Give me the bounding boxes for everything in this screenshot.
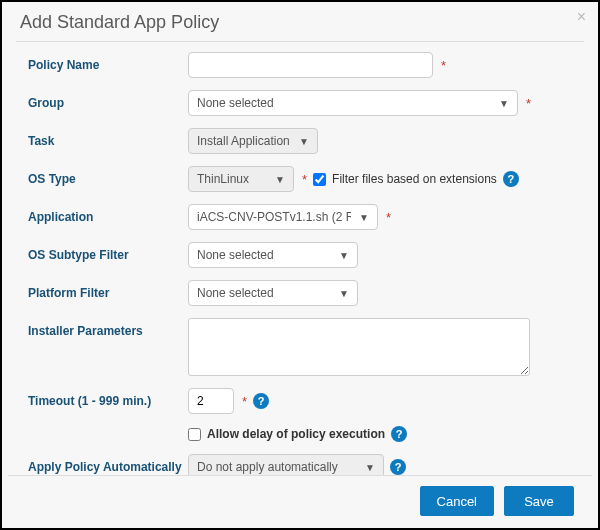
caret-down-icon: ▼ xyxy=(339,288,349,299)
required-marker: * xyxy=(384,210,391,225)
row-os-subtype: OS Subtype Filter None selected ▼ xyxy=(28,242,578,268)
task-select[interactable]: Install Application ▼ xyxy=(188,128,318,154)
group-select[interactable]: None selected ▼ xyxy=(188,90,518,116)
os-subtype-select-value: None selected xyxy=(197,248,274,262)
task-select-value: Install Application xyxy=(197,134,290,148)
row-allow-delay: Allow delay of policy execution ? xyxy=(28,426,578,442)
help-icon[interactable]: ? xyxy=(391,426,407,442)
caret-down-icon: ▼ xyxy=(299,136,309,147)
modal-header: Add Standard App Policy × xyxy=(2,2,598,41)
row-application: Application iACS-CNV-POSTv1.1.sh (2 Repo… xyxy=(28,204,578,230)
modal-footer: Cancel Save xyxy=(8,475,592,528)
application-select-value: iACS-CNV-POSTv1.1.sh (2 Reposi xyxy=(197,210,351,224)
help-icon[interactable]: ? xyxy=(503,171,519,187)
label-os-type: OS Type xyxy=(28,166,188,186)
installer-params-textarea[interactable] xyxy=(188,318,530,376)
caret-down-icon: ▼ xyxy=(339,250,349,261)
required-marker: * xyxy=(524,96,531,111)
filter-extensions-checkbox[interactable] xyxy=(313,173,326,186)
required-marker: * xyxy=(300,172,307,187)
row-group: Group None selected ▼ * xyxy=(28,90,578,116)
label-task: Task xyxy=(28,128,188,148)
row-apply-policy: Apply Policy Automatically Do not apply … xyxy=(28,454,578,475)
policy-name-input[interactable] xyxy=(188,52,433,78)
allow-delay-checkbox[interactable] xyxy=(188,428,201,441)
divider xyxy=(16,41,584,42)
row-timeout: Timeout (1 - 999 min.) * ? xyxy=(28,388,578,414)
modal-add-app-policy: Add Standard App Policy × Policy Name * … xyxy=(0,0,600,530)
row-policy-name: Policy Name * xyxy=(28,52,578,78)
filter-extensions-label: Filter files based on extensions xyxy=(332,172,497,186)
apply-policy-select[interactable]: Do not apply automatically ▼ xyxy=(188,454,384,475)
save-button[interactable]: Save xyxy=(504,486,574,516)
caret-down-icon: ▼ xyxy=(365,462,375,473)
row-installer-params: Installer Parameters xyxy=(28,318,578,376)
os-subtype-select[interactable]: None selected ▼ xyxy=(188,242,358,268)
label-spacer xyxy=(28,426,188,432)
os-type-select-value: ThinLinux xyxy=(197,172,249,186)
caret-down-icon: ▼ xyxy=(499,98,509,109)
close-icon[interactable]: × xyxy=(577,8,586,26)
row-task: Task Install Application ▼ xyxy=(28,128,578,154)
row-platform-filter: Platform Filter None selected ▼ xyxy=(28,280,578,306)
modal-body: Policy Name * Group None selected ▼ * Ta… xyxy=(2,48,598,475)
caret-down-icon: ▼ xyxy=(275,174,285,185)
label-policy-name: Policy Name xyxy=(28,52,188,72)
timeout-input[interactable] xyxy=(188,388,234,414)
label-application: Application xyxy=(28,204,188,224)
label-os-subtype: OS Subtype Filter xyxy=(28,242,188,262)
label-timeout: Timeout (1 - 999 min.) xyxy=(28,388,188,408)
label-apply-policy: Apply Policy Automatically xyxy=(28,454,188,474)
required-marker: * xyxy=(240,394,247,409)
allow-delay-label: Allow delay of policy execution xyxy=(207,427,385,441)
group-select-value: None selected xyxy=(197,96,274,110)
help-icon[interactable]: ? xyxy=(390,459,406,475)
row-os-type: OS Type ThinLinux ▼ * Filter files based… xyxy=(28,166,578,192)
modal-title: Add Standard App Policy xyxy=(20,12,219,32)
caret-down-icon: ▼ xyxy=(359,212,369,223)
label-installer-params: Installer Parameters xyxy=(28,318,188,338)
os-type-select[interactable]: ThinLinux ▼ xyxy=(188,166,294,192)
platform-filter-select-value: None selected xyxy=(197,286,274,300)
cancel-button[interactable]: Cancel xyxy=(420,486,494,516)
label-platform-filter: Platform Filter xyxy=(28,280,188,300)
help-icon[interactable]: ? xyxy=(253,393,269,409)
required-marker: * xyxy=(439,58,446,73)
platform-filter-select[interactable]: None selected ▼ xyxy=(188,280,358,306)
apply-policy-select-value: Do not apply automatically xyxy=(197,460,338,474)
application-select[interactable]: iACS-CNV-POSTv1.1.sh (2 Reposi ▼ xyxy=(188,204,378,230)
label-group: Group xyxy=(28,90,188,110)
